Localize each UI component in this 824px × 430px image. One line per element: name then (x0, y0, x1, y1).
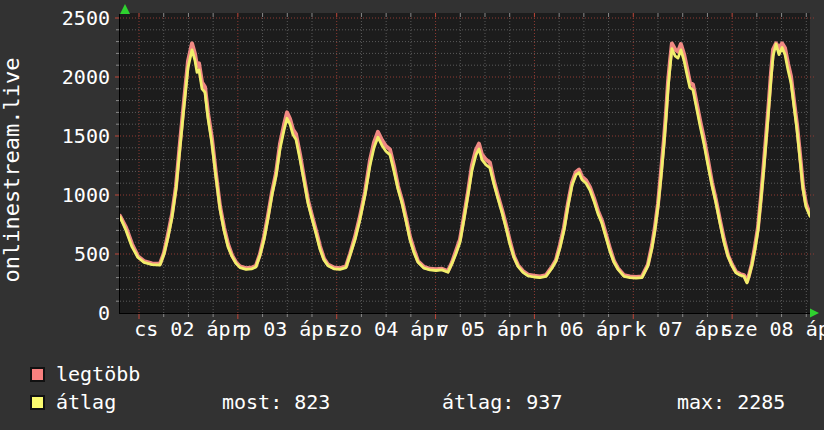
stat-atlag: átlag: 937 (442, 391, 562, 413)
legend-row-atlag: átlag (30, 391, 116, 413)
y-tick-label: 1500 (10, 125, 110, 147)
legend-swatch-legtobb (30, 367, 45, 382)
y-tick-label: 2500 (10, 7, 110, 29)
y-tick-label: 0 (10, 302, 110, 324)
y-tick-label: 1000 (10, 184, 110, 206)
y-tick-label: 500 (10, 243, 110, 265)
stat-max-label: max: (677, 390, 725, 414)
legend-row-legtobb: legtöbb (30, 363, 140, 385)
stat-most-label: most: (222, 390, 282, 414)
legend-swatch-atlag (30, 395, 45, 410)
y-tick-label: 2000 (10, 66, 110, 88)
stat-atlag-value: 937 (526, 390, 562, 414)
stat-most: most: 823 (222, 391, 330, 413)
rrd-graph: 05001000150020002500 cs 02 áprp 03 áprsz… (0, 0, 824, 430)
x-tick-label: sze 08 ápr (702, 318, 824, 340)
y-axis-title: onlinestream.live (0, 20, 24, 320)
stat-atlag-label: átlag: (442, 390, 514, 414)
legend-label-legtobb: legtöbb (56, 363, 140, 385)
y-axis-arrow-icon (120, 4, 130, 14)
stat-max-value: 2285 (737, 390, 785, 414)
stat-max: max: 2285 (677, 391, 785, 413)
legend-label-atlag: átlag (56, 391, 116, 413)
stat-most-value: 823 (294, 390, 330, 414)
